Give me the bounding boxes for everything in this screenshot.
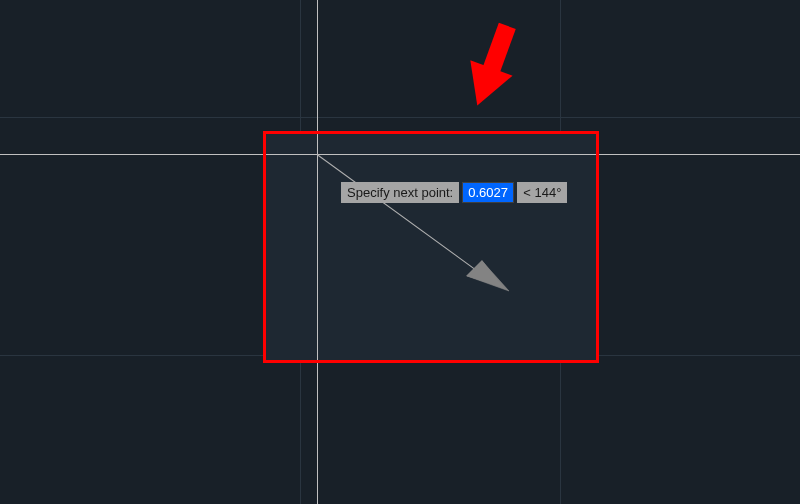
grid-line-horizontal — [0, 117, 800, 118]
red-annotation-arrow-icon — [450, 18, 535, 117]
dynamic-input-prompt: Specify next point: < 144° — [341, 182, 567, 203]
distance-input[interactable] — [462, 182, 514, 203]
angle-display: < 144° — [517, 182, 567, 203]
svg-marker-6 — [457, 60, 513, 113]
prompt-label-text: Specify next point: — [341, 182, 459, 203]
svg-rect-5 — [482, 23, 515, 74]
annotation-callout-box — [263, 131, 599, 363]
